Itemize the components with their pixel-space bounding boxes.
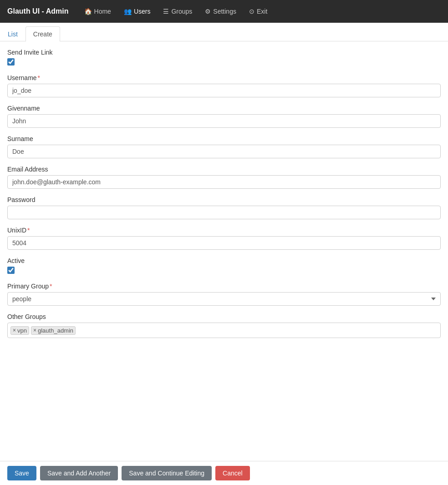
tag-glauth-admin-label: glauth_admin (38, 327, 73, 334)
email-group: Email Address (7, 166, 441, 189)
surname-label: Surname (7, 135, 441, 142)
email-label: Email Address (7, 166, 441, 173)
send-invite-checkbox-wrapper (7, 58, 441, 67)
primary-group-group: Primary Group* people admins vpn (7, 283, 441, 306)
other-groups-tags-input[interactable]: × vpn × glauth_admin (7, 323, 441, 338)
send-invite-label: Send Invite Link (7, 49, 441, 56)
tag-glauth-admin-remove[interactable]: × (33, 327, 36, 333)
tabs: List Create (0, 23, 448, 41)
tag-vpn-remove[interactable]: × (13, 327, 16, 333)
unixid-group: UnixID* (7, 227, 441, 250)
primary-group-required: * (50, 283, 52, 290)
send-invite-checkbox[interactable] (7, 58, 15, 66)
surname-group: Surname (7, 135, 441, 158)
nav-exit[interactable]: ⊙ Exit (247, 1, 269, 21)
nav-settings[interactable]: ⚙ Settings (203, 1, 238, 21)
primary-group-select[interactable]: people admins vpn (7, 292, 441, 306)
tag-glauth-admin: × glauth_admin (31, 326, 76, 335)
email-input[interactable] (7, 175, 441, 189)
tab-create[interactable]: Create (25, 26, 60, 41)
username-label: Username* (7, 74, 441, 81)
active-checkbox-wrapper (7, 267, 441, 275)
other-groups-group: Other Groups × vpn × glauth_admin (7, 313, 441, 338)
nav-users[interactable]: 👥 Users (122, 1, 153, 21)
groups-icon: ☰ (163, 8, 169, 15)
settings-icon: ⚙ (205, 8, 211, 15)
givenname-input[interactable] (7, 114, 441, 128)
users-icon: 👥 (124, 8, 132, 15)
unixid-required: * (27, 227, 30, 234)
unixid-input[interactable] (7, 236, 441, 250)
username-required: * (38, 74, 40, 81)
username-group: Username* (7, 74, 441, 97)
form-content: Send Invite Link Username* Givenname Sur… (0, 41, 448, 380)
nav-home[interactable]: 🏠 Home (82, 1, 113, 21)
home-icon: 🏠 (84, 8, 92, 15)
nav-groups[interactable]: ☰ Groups (161, 1, 194, 21)
surname-input[interactable] (7, 145, 441, 158)
primary-group-label: Primary Group* (7, 283, 441, 290)
active-checkbox[interactable] (7, 267, 15, 274)
unixid-label: UnixID* (7, 227, 441, 234)
tab-list[interactable]: List (0, 26, 25, 41)
tag-vpn: × vpn (10, 326, 29, 335)
givenname-group: Givenname (7, 105, 441, 128)
exit-icon: ⊙ (249, 8, 255, 15)
active-group: Active (7, 257, 441, 275)
givenname-label: Givenname (7, 105, 441, 112)
app-brand: Glauth UI - Admin (7, 7, 69, 15)
active-label: Active (7, 257, 441, 264)
send-invite-group: Send Invite Link (7, 49, 441, 67)
password-label: Password (7, 196, 441, 203)
password-input[interactable] (7, 206, 441, 219)
password-group: Password (7, 196, 441, 219)
tag-vpn-label: vpn (17, 327, 27, 334)
other-groups-label: Other Groups (7, 313, 441, 320)
navbar: Glauth UI - Admin 🏠 Home 👥 Users ☰ Group… (0, 0, 448, 23)
username-input[interactable] (7, 84, 441, 97)
